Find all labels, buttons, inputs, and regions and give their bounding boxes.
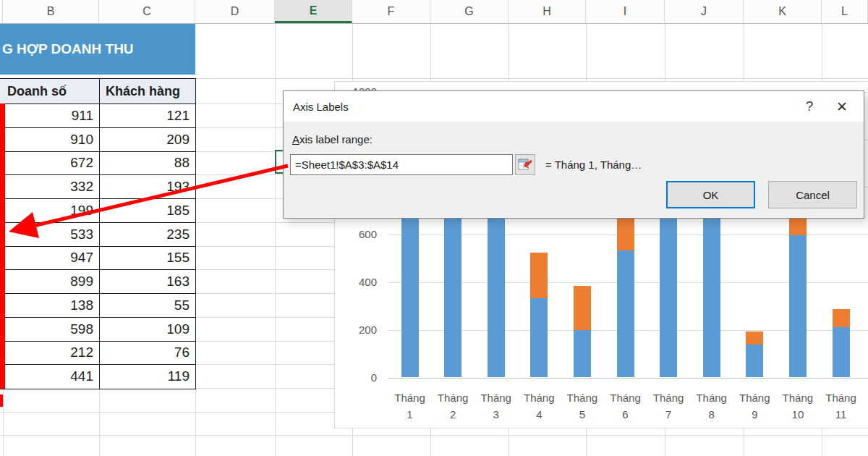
sheet-gridline-v xyxy=(509,428,509,456)
x-axis-category-label: Tháng1 xyxy=(388,389,433,423)
table-cell[interactable]: 55 xyxy=(100,294,196,318)
table-cell[interactable]: 121 xyxy=(100,104,196,128)
sheet-gridline-v xyxy=(195,388,196,456)
excel-window: BCDEFGHIJKL G HỢP DOANH THU Doanh sốKhác… xyxy=(0,0,868,456)
x-axis-category-label: Tháng6 xyxy=(603,389,648,423)
column-header-B[interactable]: B xyxy=(3,0,99,23)
table-cell[interactable]: 76 xyxy=(100,342,196,366)
sheet-gridline-h xyxy=(195,364,334,365)
sheet-gridline-v xyxy=(99,388,100,456)
table-header-cell[interactable]: Doanh số xyxy=(0,79,100,104)
table-cell[interactable]: 209 xyxy=(100,128,196,152)
sheet-gridline-h xyxy=(195,246,334,247)
table-cell[interactable]: 332 xyxy=(0,175,100,199)
axis-label-range-input[interactable] xyxy=(290,154,513,175)
table-cell[interactable]: 88 xyxy=(100,152,196,176)
column-header-H[interactable]: H xyxy=(509,0,586,23)
range-preview-text: = Tháng 1, Tháng… xyxy=(545,159,642,171)
ok-button[interactable]: OK xyxy=(666,181,755,208)
x-axis-category-label: Tháng7 xyxy=(646,389,691,423)
column-header-D[interactable]: D xyxy=(195,0,275,23)
close-icon[interactable]: ✕ xyxy=(826,91,858,122)
sheet-gridline-v xyxy=(744,428,744,456)
table-cell[interactable]: 138 xyxy=(0,294,100,318)
sheet-gridline-v xyxy=(3,388,4,456)
table-row: 332193 xyxy=(0,175,196,199)
x-axis-category-label: Tháng2 xyxy=(430,389,475,423)
stacked-bar-khách-hàng[interactable] xyxy=(833,309,850,327)
sheet-gridline-v xyxy=(586,428,587,456)
x-axis-category-label: Tháng5 xyxy=(560,389,605,423)
stacked-bar-doanh-số[interactable] xyxy=(530,298,548,377)
table-cell[interactable]: 155 xyxy=(100,247,196,271)
sheet-gridline-h xyxy=(195,293,334,294)
sheet-gridline-v xyxy=(665,24,665,81)
table-cell[interactable]: 193 xyxy=(100,175,196,199)
column-header-I[interactable]: I xyxy=(586,0,665,23)
stacked-bar-doanh-số[interactable] xyxy=(789,235,807,378)
column-header-C[interactable]: C xyxy=(99,0,195,23)
table-row: 947155 xyxy=(0,247,196,271)
table-cell[interactable]: 163 xyxy=(100,270,196,294)
sheet-gridline-h xyxy=(0,435,868,436)
table-cell[interactable]: 119 xyxy=(100,365,196,389)
sheet-gridline-h xyxy=(195,269,334,270)
column-header-K[interactable]: K xyxy=(744,0,822,23)
column-header-J[interactable]: J xyxy=(665,0,744,23)
x-axis-category-label: Tháng4 xyxy=(516,389,561,423)
sheet-gridline-h xyxy=(195,317,334,318)
table-row: 13855 xyxy=(0,294,196,318)
sheet-gridline-h xyxy=(195,222,334,223)
stacked-bar-khách-hàng[interactable] xyxy=(746,332,763,345)
table-row: 911121 xyxy=(0,104,196,128)
stacked-bar-doanh-số[interactable] xyxy=(574,330,591,377)
stacked-bar-doanh-số[interactable] xyxy=(488,217,505,377)
stacked-bar-doanh-số[interactable] xyxy=(833,327,850,378)
column-header-G[interactable]: G xyxy=(430,0,509,23)
cancel-button[interactable]: Cancel xyxy=(768,181,857,208)
sheet-gridline-v xyxy=(586,24,587,81)
axis-labels-dialog: Axis Labels ? ✕ Axis label range: = Thán… xyxy=(283,90,864,219)
sheet-gridline-v xyxy=(665,428,665,456)
y-axis-tick-label: 600 xyxy=(344,228,377,240)
table-cell[interactable]: 212 xyxy=(0,342,100,366)
column-header-L[interactable]: L xyxy=(822,0,868,23)
table-header-row: Doanh sốKhách hàng xyxy=(0,79,196,104)
stacked-bar-khách-hàng[interactable] xyxy=(574,286,591,330)
revenue-table: Doanh sốKhách hàng9111219102096728833219… xyxy=(0,78,196,389)
selected-range-red-highlight xyxy=(0,104,5,389)
table-cell[interactable]: 109 xyxy=(100,318,196,342)
sheet-gridline-h xyxy=(195,388,334,389)
table-cell[interactable]: 441 xyxy=(0,365,100,389)
sheet-gridline-v xyxy=(430,24,431,81)
table-cell[interactable]: 235 xyxy=(100,223,196,247)
stacked-bar-khách-hàng[interactable] xyxy=(530,253,548,298)
column-header-E[interactable]: E xyxy=(275,0,352,23)
dialog-title: Axis Labels xyxy=(284,91,864,122)
collapse-dialog-button[interactable] xyxy=(515,154,535,175)
sheet-gridline-v xyxy=(352,428,353,456)
table-cell[interactable]: 910 xyxy=(0,128,100,152)
chart-x-axis-line xyxy=(388,378,868,379)
sheet-gridline-h xyxy=(195,341,334,342)
table-cell[interactable]: 911 xyxy=(0,104,100,128)
x-axis-category-label: Tháng12 xyxy=(861,389,868,423)
sheet-gridline-v xyxy=(275,24,276,456)
x-axis-category-label: Tháng10 xyxy=(775,389,820,423)
table-row: 21276 xyxy=(0,342,196,366)
table-title-banner-cell[interactable]: G HỢP DOANH THU xyxy=(0,24,195,75)
table-cell[interactable]: 672 xyxy=(0,152,100,176)
table-header-cell[interactable]: Khách hàng xyxy=(100,79,196,104)
help-icon[interactable]: ? xyxy=(795,91,824,122)
column-header-F[interactable]: F xyxy=(352,0,430,23)
stacked-bar-doanh-số[interactable] xyxy=(746,345,763,377)
stacked-bar-doanh-số[interactable] xyxy=(617,250,634,377)
table-cell[interactable]: 199 xyxy=(0,199,100,223)
table-cell[interactable]: 533 xyxy=(0,223,100,247)
table-cell[interactable]: 947 xyxy=(0,247,100,271)
sheet-gridline-v xyxy=(509,24,509,81)
table-cell[interactable]: 598 xyxy=(0,318,100,342)
table-cell[interactable]: 185 xyxy=(100,199,196,223)
x-axis-category-label: Tháng11 xyxy=(819,389,864,423)
table-cell[interactable]: 899 xyxy=(0,270,100,294)
